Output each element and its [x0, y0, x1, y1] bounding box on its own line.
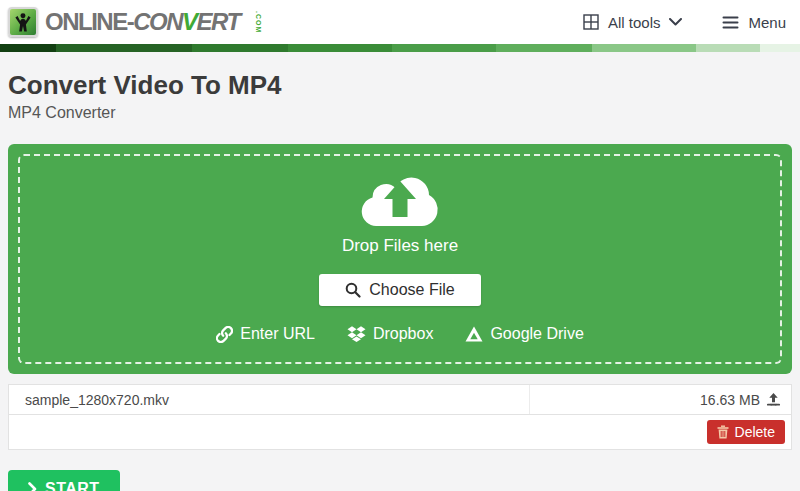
choose-file-button[interactable]: Choose File: [319, 274, 480, 306]
file-size-cell: 16.63 MB: [529, 385, 791, 414]
google-drive-icon: [465, 326, 483, 343]
grid-icon: [583, 14, 599, 30]
choose-file-label: Choose File: [369, 281, 454, 299]
menu-button[interactable]: Menu: [722, 14, 786, 31]
google-drive-label: Google Drive: [490, 325, 583, 343]
cloud-upload-icon: [352, 164, 448, 230]
dropbox-label: Dropbox: [373, 325, 433, 343]
header: ONLINE-CONVERT.COM All tools: [0, 0, 800, 44]
file-actions-row: Delete: [9, 415, 791, 449]
hamburger-icon: [722, 16, 739, 29]
delete-label: Delete: [735, 424, 775, 440]
enter-url-link[interactable]: Enter URL: [216, 325, 315, 343]
delete-button[interactable]: Delete: [707, 420, 785, 444]
logo-icon: [8, 7, 38, 37]
logo-wordmark: ONLINE-CONVERT.COM: [45, 5, 275, 39]
logo-text-com: .COM: [241, 11, 275, 31]
chevron-right-icon: [28, 482, 37, 491]
logo[interactable]: ONLINE-CONVERT.COM: [8, 5, 275, 39]
file-row: sample_1280x720.mkv 16.63 MB: [9, 385, 791, 415]
all-tools-button[interactable]: All tools: [583, 14, 683, 31]
logo-text-con: CON: [133, 8, 182, 35]
menu-label: Menu: [748, 14, 786, 31]
all-tools-label: All tools: [608, 14, 661, 31]
chevron-down-icon: [669, 18, 682, 26]
file-name: sample_1280x720.mkv: [9, 392, 529, 408]
upload-icon: [766, 392, 781, 407]
start-button[interactable]: START: [8, 470, 120, 491]
drop-files-text: Drop Files here: [342, 236, 458, 256]
person-raised-arms-icon: [12, 10, 34, 34]
enter-url-label: Enter URL: [240, 325, 315, 343]
page-subtitle: MP4 Converter: [8, 104, 792, 122]
dropbox-icon: [347, 325, 366, 343]
file-list: sample_1280x720.mkv 16.63 MB: [8, 384, 792, 450]
google-drive-link[interactable]: Google Drive: [465, 325, 583, 343]
dropbox-link[interactable]: Dropbox: [347, 325, 433, 343]
search-icon: [345, 282, 361, 298]
main-content: Convert Video To MP4 MP4 Converter Drop …: [0, 70, 800, 491]
logo-text-v: V: [182, 8, 197, 35]
dropzone[interactable]: Drop Files here Choose File Enter URL: [8, 144, 792, 374]
start-label: START: [45, 480, 100, 491]
logo-text-online: ONLINE: [45, 8, 127, 35]
page-title: Convert Video To MP4: [8, 70, 792, 101]
link-icon: [216, 326, 233, 343]
logo-text-ert: ERT: [197, 8, 240, 35]
file-size: 16.63 MB: [700, 392, 760, 408]
dropzone-links: Enter URL Dropbox: [216, 325, 584, 343]
header-nav: All tools Menu: [583, 14, 786, 31]
brand-gradient-bar: [0, 44, 800, 52]
trash-icon: [717, 425, 729, 439]
